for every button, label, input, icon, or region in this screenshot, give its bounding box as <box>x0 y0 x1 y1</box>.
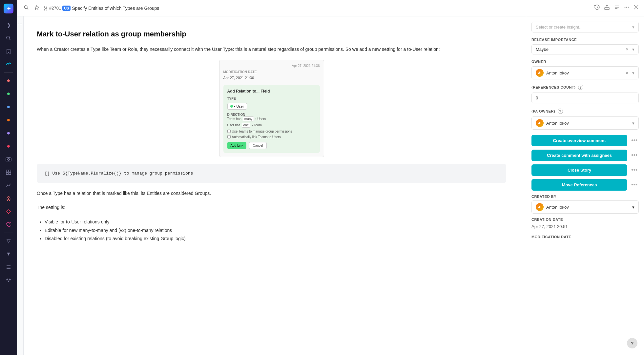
sidebar-item-2[interactable]: ● <box>3 88 14 99</box>
owner-select-left: AI Anton Iokov <box>536 69 569 77</box>
svg-rect-7 <box>9 173 11 175</box>
sidebar-heart-icon[interactable] <box>3 219 14 231</box>
release-importance-select[interactable]: Maybe ✕ ▾ <box>531 44 639 54</box>
cancel-button[interactable]: Cancel <box>249 142 266 149</box>
sidebar-diamond-icon[interactable] <box>3 206 14 218</box>
sidebar: ✦ ❯ ● ● ● ● ● ● ▽ ▼ <box>0 0 17 355</box>
sidebar-item-3[interactable]: ● <box>3 101 14 113</box>
logo[interactable]: ✦ <box>3 3 14 14</box>
svg-rect-4 <box>6 170 8 172</box>
move-references-more-icon[interactable]: ••• <box>630 180 639 190</box>
sidebar-chart-icon[interactable] <box>3 179 14 191</box>
sidebar-divider-2 <box>4 233 13 233</box>
created-by-avatar: AI <box>536 203 544 211</box>
checkbox-1-label: Use Teams to manage group permissions <box>232 130 292 133</box>
sidebar-collapse-toggle[interactable]: ⋮ <box>17 16 24 355</box>
bullet-item-3: Disabled for existing relations (to avoi… <box>45 235 506 243</box>
created-by-label: CREATED BY <box>531 195 639 198</box>
checkbox-row-2: Automatically link Teams to Users <box>227 135 316 139</box>
content-area: ⋮ Mark to-User relation as group members… <box>17 16 644 355</box>
dir-row1-mid: many <box>243 116 254 121</box>
bullet-item-2: Editable for new many-to-many and (v2) o… <box>45 226 506 235</box>
checkbox-row-1: Use Teams to manage group permissions <box>227 130 316 133</box>
owner-select[interactable]: AI Anton Iokov ✕ ▾ <box>531 66 639 79</box>
sidebar-grid-icon[interactable] <box>3 166 14 178</box>
sidebar-item-1[interactable]: ● <box>3 74 14 86</box>
type-field-row: TYPE <box>227 97 316 100</box>
insight-chevron-icon: ▾ <box>632 25 634 30</box>
more-icon[interactable] <box>624 4 630 12</box>
sidebar-list-icon[interactable] <box>3 261 14 273</box>
pa-owner-name: Anton Iokov <box>546 121 569 126</box>
created-by-left: AI Anton Iokov <box>536 203 569 211</box>
pa-owner-chevron-icon: ▾ <box>632 121 634 126</box>
references-count-value: 0 <box>531 93 639 103</box>
checkbox-2-label: Automatically link Teams to Users <box>232 135 281 139</box>
move-references-button[interactable]: Move References <box>531 179 627 191</box>
sidebar-bookmark-icon[interactable] <box>3 45 14 57</box>
svg-point-0 <box>7 36 10 39</box>
sidebar-item-4[interactable]: ● <box>3 114 14 126</box>
logo-icon: ✦ <box>4 4 13 13</box>
story-heading: Mark to-User relation as group membershi… <box>37 30 506 39</box>
sidebar-rocket-icon[interactable] <box>3 193 14 204</box>
sidebar-filled-arrow-icon[interactable]: ▼ <box>3 248 14 260</box>
release-importance-clear-icon[interactable]: ✕ <box>625 47 629 52</box>
pa-owner-group: (PA OWNER) ? AI Anton Iokov ▾ <box>531 109 639 130</box>
add-relation-box: Add Relation to... Field TYPE • User DIR… <box>223 85 320 153</box>
create-overview-comment-more-icon[interactable]: ••• <box>630 136 639 145</box>
created-by-dropdown[interactable]: AI Anton Iokov ▾ <box>531 200 639 214</box>
references-count-help-icon[interactable]: ? <box>578 85 583 90</box>
story-paragraph-3: The setting is: <box>37 204 506 211</box>
sidebar-camera-icon[interactable] <box>3 153 14 165</box>
lines-icon[interactable] <box>614 4 620 12</box>
svg-point-22 <box>625 7 626 8</box>
help-button[interactable]: ? <box>627 338 637 348</box>
image-buttons: Add Link Cancel <box>227 142 316 149</box>
create-comment-assignees-more-icon[interactable]: ••• <box>630 151 639 160</box>
create-comment-assignees-button[interactable]: Create comment with assignees <box>531 150 627 161</box>
close-icon[interactable] <box>634 5 639 11</box>
modification-date-label: MODIFICATION DATE <box>531 235 639 239</box>
sidebar-activity-icon[interactable] <box>3 58 14 70</box>
insight-placeholder: Select or create insight... <box>536 25 583 30</box>
release-importance-chevron-icon: ▾ <box>632 47 634 52</box>
close-story-button[interactable]: Close Story <box>531 164 627 176</box>
owner-clear-icon[interactable]: ✕ <box>625 71 629 75</box>
pa-owner-select-left: AI Anton Iokov <box>536 119 569 127</box>
add-link-button[interactable]: Add Link <box>227 142 247 149</box>
pa-owner-select[interactable]: AI Anton Iokov ▾ <box>531 116 639 130</box>
created-by-name: Anton Iokov <box>546 205 569 210</box>
story-bullet-list: Visible for to-User relations only Edita… <box>45 218 506 243</box>
creation-date-label: CREATION DATE <box>531 218 639 221</box>
sidebar-collapse[interactable]: ❯ <box>3 19 14 31</box>
svg-point-3 <box>8 158 10 160</box>
pa-owner-help-icon[interactable]: ? <box>558 109 563 114</box>
close-story-more-icon[interactable]: ••• <box>630 165 639 175</box>
sidebar-search-icon[interactable] <box>3 32 14 44</box>
creation-date-value: Apr 27, 2021 20:51 <box>531 223 639 230</box>
history-icon[interactable] <box>594 4 600 12</box>
right-panel: Select or create insight... ▾ RELEASE IM… <box>526 16 644 355</box>
insight-select[interactable]: Select or create insight... ▾ <box>531 22 639 32</box>
pa-owner-label: (PA OWNER) ? <box>531 109 639 114</box>
svg-rect-5 <box>9 170 11 172</box>
sidebar-item-5[interactable]: ● <box>3 127 14 139</box>
dir-row1-left: Team has <box>227 117 241 121</box>
sidebar-arrow-down-icon[interactable]: ▽ <box>3 235 14 247</box>
dir-row2-right: • Team <box>252 123 262 127</box>
svg-line-1 <box>9 39 10 40</box>
close-story-row: Close Story ••• <box>531 164 639 176</box>
image-date-label: Apr 27, 2021 21:36 <box>223 64 320 68</box>
search-icon[interactable] <box>22 4 30 13</box>
sidebar-wave-icon[interactable] <box>3 274 14 286</box>
star-icon[interactable] <box>33 4 41 13</box>
svg-marker-9 <box>7 210 10 214</box>
share-icon[interactable] <box>604 4 610 12</box>
create-overview-comment-button[interactable]: Create overview comment <box>531 135 627 146</box>
sidebar-item-6[interactable]: ● <box>3 140 14 152</box>
link-icon <box>43 6 48 10</box>
us-badge: US <box>62 6 71 11</box>
story-title: Specify Entities of which Types are Grou… <box>72 6 159 11</box>
references-count-group: (REFERENCES COUNT) ? 0 <box>531 85 639 103</box>
